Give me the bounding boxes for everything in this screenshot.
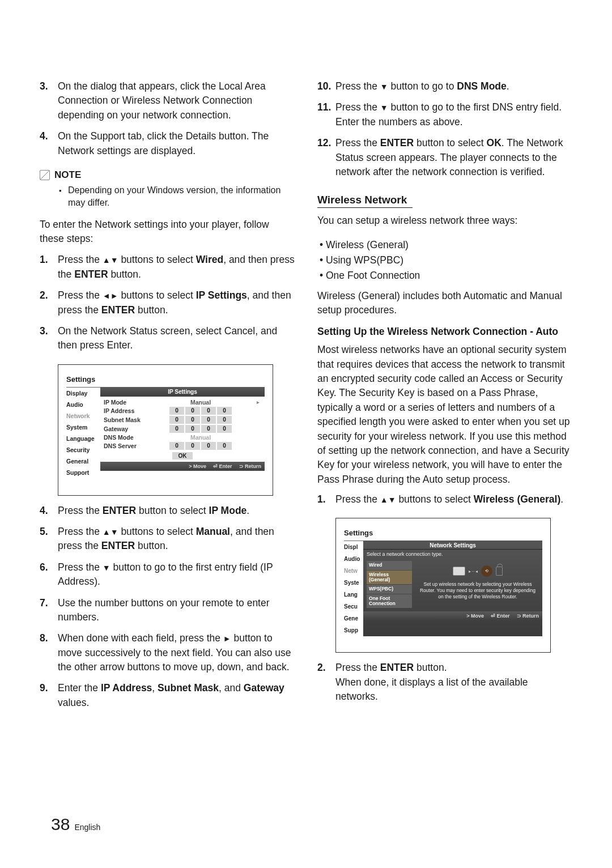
step-number: 4. xyxy=(40,129,58,158)
sidebar-item: Display xyxy=(66,388,100,399)
wifi-router-icon xyxy=(496,567,503,576)
hint-return: ⊃ Return xyxy=(517,613,539,619)
step-number: 10. xyxy=(317,79,335,93)
connection-diagram: ▸ ·· ◂ ⟲ xyxy=(416,561,539,581)
panel-main: IP Settings IP Mode Manual ▸ IP Address … xyxy=(100,387,265,478)
field-label: IP Address xyxy=(104,407,144,414)
step-item: 2. Press the ◄► buttons to select IP Set… xyxy=(40,288,295,317)
panel-sidebar: Display Audio Network System Language Se… xyxy=(66,387,100,478)
step-item: 7. Use the number buttons on your remote… xyxy=(40,596,295,625)
hint-return: ⊃ Return xyxy=(239,463,262,469)
step-item: 10. Press the ▼ button to go to DNS Mode… xyxy=(317,79,572,93)
num-box: 0 xyxy=(169,425,184,433)
step-number: 2. xyxy=(40,288,58,317)
step-number: 1. xyxy=(317,492,335,507)
step-text: Press the ◄► buttons to select IP Settin… xyxy=(58,288,295,317)
list-item: One Foot Connection xyxy=(367,594,412,609)
step-text: Press the ▼ button to go to the first en… xyxy=(58,560,295,589)
note-header: NOTE xyxy=(40,169,295,181)
form-row: IP Address 0000 xyxy=(104,407,261,415)
sidebar-item: Secu xyxy=(344,601,363,612)
panel-title: Settings xyxy=(66,375,265,384)
step-item: 4. On the Support tab, click the Details… xyxy=(40,129,295,158)
form-row: IP Mode Manual ▸ xyxy=(104,399,261,406)
step-text: On the Network Status screen, select Can… xyxy=(58,324,295,353)
sidebar-item: Security xyxy=(66,444,100,456)
step-text: Use the number buttons on your remote to… xyxy=(58,596,295,625)
step-number: 3. xyxy=(40,324,58,353)
bullet-item: • Wireless (General) xyxy=(320,237,572,253)
sidebar-item: Syste xyxy=(344,577,363,589)
step-number: 5. xyxy=(40,525,58,554)
sidebar-item: Audio xyxy=(344,553,363,565)
page-number: 38 xyxy=(51,815,70,834)
sidebar-item: Supp xyxy=(344,624,363,636)
form-row: DNS Server 0000 xyxy=(104,442,261,450)
sidebar-item: Language xyxy=(66,433,100,444)
connection-type-list: Wired Wireless (General) WPS(PBC) One Fo… xyxy=(367,561,412,608)
chevron-right-icon: ▸ xyxy=(257,399,261,405)
panel-footer: > Move ⏎ Enter ⊃ Return xyxy=(100,462,265,471)
step-text: Enter the IP Address, Subnet Mask, and G… xyxy=(58,681,295,710)
step-text: Press the ENTER button. When done, it di… xyxy=(335,661,572,704)
step-text: Press the ▲▼ buttons to select Wireless … xyxy=(335,492,572,507)
step-item: 6. Press the ▼ button to go to the first… xyxy=(40,560,295,589)
step-item: 1. Press the ▲▼ buttons to select Wired,… xyxy=(40,253,295,282)
ip-settings-panel: Settings Display Audio Network System La… xyxy=(58,364,273,496)
step-text: On the Support tab, click the Details bu… xyxy=(58,129,295,158)
section-rule xyxy=(317,207,413,208)
step-item: 2. Press the ENTER button. When done, it… xyxy=(317,661,572,704)
num-box: 0 xyxy=(169,442,184,450)
step-item: 8. When done with each field, press the … xyxy=(40,631,295,674)
bullet-item: • Using WPS(PBC) xyxy=(320,253,572,268)
field-label: Gateway xyxy=(104,426,144,432)
step-number: 1. xyxy=(40,253,58,282)
note-label: NOTE xyxy=(54,169,81,181)
num-box: 0 xyxy=(169,407,184,415)
num-box: 0 xyxy=(201,425,216,433)
sidebar-item: Displ xyxy=(344,541,363,553)
sidebar-item: Audio xyxy=(66,399,100,410)
step-text: Press the ▼ button to go to the first DN… xyxy=(335,100,572,129)
step-number: 3. xyxy=(40,79,58,122)
field-value: Manual xyxy=(144,399,257,406)
panel-title: Settings xyxy=(344,529,542,537)
arrow-up-down-icon: ▲▼ xyxy=(103,527,118,537)
num-box: 0 xyxy=(201,407,216,415)
num-box: 0 xyxy=(217,425,232,433)
paragraph: Most wireless networks have an optional … xyxy=(317,343,572,487)
sidebar-item: Netw xyxy=(344,565,363,577)
num-box: 0 xyxy=(169,416,184,424)
num-box: 0 xyxy=(217,442,232,450)
num-box: 0 xyxy=(185,442,200,450)
step-text: Press the ▲▼ buttons to select Manual, a… xyxy=(58,525,295,554)
bullet-item: • One Foot Connection xyxy=(320,268,572,283)
panel-header: IP Settings xyxy=(100,387,265,397)
form-row: Gateway 0000 xyxy=(104,425,261,433)
page-language: English xyxy=(74,823,100,832)
step-text: Press the ▲▼ buttons to select Wired, an… xyxy=(58,253,295,282)
list-item: WPS(PBC) xyxy=(367,585,412,593)
paragraph: Wireless (General) includes both Automat… xyxy=(317,289,572,318)
step-item: 4. Press the ENTER button to select IP M… xyxy=(40,504,295,518)
sidebar-item: Lang xyxy=(344,589,363,601)
step-item: 3. On the Network Status screen, select … xyxy=(40,324,295,353)
hint-enter: ⏎ Enter xyxy=(213,463,232,469)
step-number: 2. xyxy=(317,661,335,704)
paragraph: You can setup a wireless network three w… xyxy=(317,214,572,228)
section-heading: Wireless Network xyxy=(317,194,572,206)
arrow-left-right-icon: ◄► xyxy=(103,291,118,300)
step-number: 4. xyxy=(40,504,58,518)
overlay-panel: Network Settings Select a network connec… xyxy=(363,541,542,636)
overlay-header: Network Settings xyxy=(363,541,542,550)
sidebar-item: General xyxy=(66,456,100,467)
hint-enter: ⏎ Enter xyxy=(491,613,510,619)
field-label: Subnet Mask xyxy=(104,416,144,423)
connection-description: Set up wireless network by selecting you… xyxy=(416,581,539,599)
num-box: 0 xyxy=(201,416,216,424)
num-box: 0 xyxy=(185,425,200,433)
step-text: On the dialog that appears, click the Lo… xyxy=(58,79,295,122)
form-row: Subnet Mask 0000 xyxy=(104,416,261,424)
num-box: 0 xyxy=(185,407,200,415)
sidebar-item: Gene xyxy=(344,612,363,624)
